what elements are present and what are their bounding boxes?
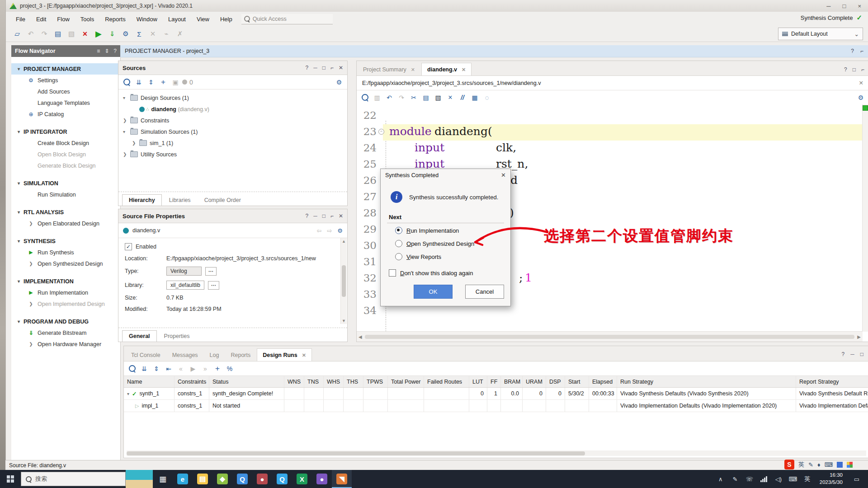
sidebar-item-run-simulation[interactable]: Run Simulation	[11, 189, 120, 200]
open-project-icon[interactable]: ▱	[11, 28, 23, 39]
menu-tools[interactable]: Tools	[75, 14, 99, 24]
chevron-right-icon[interactable]: ❯	[123, 152, 127, 157]
menu-file[interactable]: File	[10, 14, 31, 24]
float-icon[interactable]: ⌐	[330, 65, 334, 71]
close-tab-icon[interactable]: ✕	[462, 67, 466, 73]
expand-all-icon[interactable]: ⇕	[104, 48, 109, 54]
ime-toolbar-icon[interactable]	[837, 462, 843, 468]
lightbulb-icon[interactable]: ◌	[481, 93, 492, 103]
editor-vscrollbar[interactable]: ▲	[862, 104, 868, 332]
cancel-button[interactable]: Cancel	[465, 285, 504, 299]
taskbar-search[interactable]: 搜索	[21, 472, 126, 486]
help-icon[interactable]: ?	[305, 65, 308, 71]
sidebar-section-rtl-analysis[interactable]: ▾RTL ANALYSIS	[11, 206, 120, 218]
tree-item-sim-1-1[interactable]: ❯sim_1 (1)	[118, 137, 347, 149]
sidebar-item-open-synthesized-design[interactable]: ❯Open Synthesized Design	[11, 258, 120, 269]
menu-reports[interactable]: Reports	[99, 14, 131, 24]
minimize-icon[interactable]: ─	[850, 351, 854, 357]
bottom-tab-messages[interactable]: Messages	[167, 349, 203, 361]
enabled-checkbox[interactable]: ✓	[125, 243, 132, 250]
sidebar-section-synthesis[interactable]: ▾SYNTHESIS	[11, 235, 120, 247]
property-value-box[interactable]: Verilog	[166, 267, 202, 276]
column-header-bram[interactable]: BRAM	[501, 376, 523, 387]
column-header-whs[interactable]: WHS	[324, 376, 344, 387]
chevron-down-icon[interactable]: ▾	[123, 95, 127, 100]
bottom-tab-design-runs[interactable]: Design Runs✕	[257, 348, 312, 361]
taskbar-app-edge[interactable]: e	[173, 470, 193, 488]
settings-gear-icon[interactable]: ⚙	[855, 93, 866, 103]
chevron-down-icon[interactable]: ▾	[127, 391, 129, 396]
code-line-24[interactable]: 24inputclk,	[357, 141, 863, 157]
radio-icon[interactable]	[395, 240, 402, 247]
settings-gear-icon[interactable]: ⚙	[334, 77, 344, 87]
minimize-icon[interactable]: ─	[313, 65, 317, 71]
minimize-icon[interactable]: ─	[313, 213, 317, 219]
menu-flow[interactable]: Flow	[52, 14, 75, 24]
delete-icon[interactable]: ×	[445, 93, 456, 103]
chevron-right-icon[interactable]: ❯	[123, 118, 127, 123]
sidebar-item-open-hardware-manager[interactable]: ❯Open Hardware Manager	[11, 338, 120, 350]
chevron-right-icon[interactable]: ❯	[132, 141, 137, 145]
menu-layout[interactable]: Layout	[163, 14, 191, 24]
sources-tab-compile-order[interactable]: Compile Order	[198, 195, 247, 206]
radio-icon[interactable]	[395, 253, 402, 260]
close-button[interactable]: ×	[858, 3, 861, 9]
mic-icon[interactable]: ♦	[817, 461, 821, 468]
column-header-constraints[interactable]: Constraints	[175, 376, 209, 387]
column-header-dsp[interactable]: DSP	[546, 376, 565, 387]
browse-button[interactable]: ⋯	[205, 267, 217, 276]
dont-show-checkbox[interactable]	[389, 269, 396, 277]
tree-item-utility-sources[interactable]: ❯Utility Sources	[118, 149, 347, 160]
ime-indicator[interactable]: 英	[801, 470, 814, 488]
column-header-elapsed[interactable]: Elapsed	[589, 376, 617, 387]
maximize-icon[interactable]: □	[322, 213, 326, 219]
taskbar-app-excel[interactable]: X	[292, 470, 312, 488]
taskbar-app-file-explorer[interactable]: ▤	[193, 470, 212, 488]
sidebar-item-add-sources[interactable]: Add Sources	[11, 86, 120, 97]
help-icon[interactable]: ?	[842, 351, 845, 357]
scroll-right-icon[interactable]: ▶	[857, 334, 861, 339]
browse-button[interactable]: ⋯	[208, 281, 219, 290]
sidebar-item-settings[interactable]: ⚙Settings	[11, 75, 120, 86]
hidden-icons-chevron[interactable]: ∧	[714, 470, 727, 488]
scrollbar-thumb[interactable]	[127, 451, 585, 455]
sidebar-item-generate-bitstream[interactable]: ⇓Generate Bitstream	[11, 327, 120, 338]
taskbar-app-app-blue[interactable]: Q	[272, 470, 292, 488]
sidebar-item-open-elaborated-design[interactable]: ❯Open Elaborated Design	[11, 218, 120, 229]
chevron-down-icon[interactable]: ▾	[123, 129, 127, 134]
back-icon[interactable]: ⇦	[317, 227, 322, 234]
maximize-icon[interactable]: □	[322, 65, 326, 71]
sidebar-section-ip-integrator[interactable]: ▾IP INTEGRATOR	[11, 126, 120, 137]
taskbar-app-app-purple[interactable]: ●	[312, 470, 332, 488]
close-icon[interactable]: ✕	[339, 213, 343, 219]
collapse-all-icon[interactable]: ⇊	[133, 77, 144, 87]
sidebar-section-project-manager[interactable]: ▾PROJECT MANAGER	[11, 63, 120, 75]
column-header-ths[interactable]: THS	[344, 376, 363, 387]
radio-selected-icon[interactable]	[395, 227, 402, 234]
layout-selector[interactable]: Default Layout ⌄	[778, 28, 863, 40]
sidebar-section-program-and-debug[interactable]: ▾PROGRAM AND DEBUG	[11, 316, 120, 327]
sources-tab-libraries[interactable]: Libraries	[163, 195, 197, 206]
tree-item-diandeng[interactable]: ∴diandeng (diandeng.v)	[118, 103, 347, 115]
search-icon[interactable]	[359, 93, 370, 103]
column-header-uram[interactable]: URAM	[523, 376, 546, 387]
ok-button[interactable]: OK	[414, 285, 453, 299]
taskbar-app-app-red[interactable]: ●	[252, 470, 272, 488]
grid-icon[interactable]	[847, 462, 853, 468]
keyboard-icon[interactable]: ⌨	[825, 461, 833, 468]
sidebar-section-implementation[interactable]: ▾IMPLEMENTATION	[11, 276, 120, 287]
weather-widget[interactable]	[126, 470, 153, 488]
help-icon[interactable]: ?	[844, 66, 847, 73]
collapse-all-icon[interactable]: ≡	[97, 48, 100, 54]
ime-indicator[interactable]: 英	[798, 460, 804, 469]
help-icon[interactable]: ?	[113, 48, 117, 54]
settings-gear-icon[interactable]: ⚙	[337, 227, 343, 234]
menu-window[interactable]: Window	[131, 14, 163, 24]
column-header-ff[interactable]: FF	[487, 376, 501, 387]
properties-header[interactable]: Source File Properties ? ─ □ ⌐ ✕	[118, 209, 347, 223]
table-row[interactable]: ▾✓synth_1constrs_1synth_design Complete!…	[124, 388, 868, 400]
task-view-button[interactable]: ▦	[153, 470, 173, 488]
maximize-icon[interactable]: □	[853, 66, 856, 73]
column-header-lut[interactable]: LUT	[469, 376, 487, 387]
cut-icon[interactable]: ✂	[408, 93, 419, 103]
